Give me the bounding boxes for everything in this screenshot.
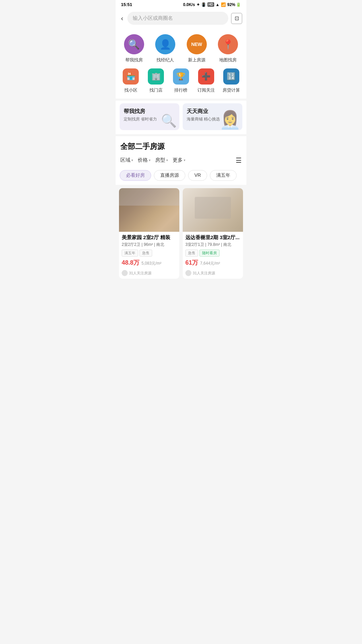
back-button[interactable]: ‹	[120, 13, 125, 23]
map-find-label: 地图找房	[219, 57, 237, 63]
filter-more-label: 更多	[173, 157, 183, 163]
tag-vr[interactable]: VR	[188, 170, 207, 181]
filter-area-arrow: ▾	[131, 158, 133, 162]
filter-type[interactable]: 房型 ▾	[155, 156, 173, 165]
help-find-icon: 🔍	[124, 34, 144, 54]
action-find-store[interactable]: 🏢 找门店	[144, 68, 168, 93]
listing-tag-1b: 急售	[139, 250, 152, 257]
listing-image-1	[119, 188, 179, 232]
banner-section: 帮我找房 定制找房 省时省力 🔍 天天商业 海量商铺 精心挑选 👩‍💼	[116, 101, 246, 134]
banner-commercial[interactable]: 天天商业 海量商铺 精心挑选 👩‍💼	[183, 103, 242, 130]
quick-actions-row1: 🔍 帮我找房 👤 找经纪人 NEW 新上房源 📍 地图找房	[116, 29, 246, 66]
agent-badge-2	[185, 270, 191, 276]
signal-icon: ▲	[216, 2, 220, 7]
tag-vr-label: VR	[194, 172, 201, 178]
message-button[interactable]: ⊡	[231, 13, 242, 24]
listing-body-2: 远达香榭里2期 3室2厅... 3室2厅1卫 | 79.8m² | 南北 急售 …	[183, 232, 243, 269]
agent-badge-1	[122, 270, 128, 276]
action-find-community[interactable]: 🏪 找小区	[119, 68, 143, 93]
vibrate-icon: 📳	[201, 2, 206, 7]
listing-tag-1a: 满五年	[122, 250, 138, 257]
battery-indicator: 92% 🔋	[227, 2, 241, 7]
listing-price-2: 61万	[185, 259, 198, 267]
banner-magnify-icon: 🔍	[161, 113, 177, 128]
listing-card-2[interactable]: 远达香榭里2期 3室2厅... 3室2厅1卫 | 79.8m² | 南北 急售 …	[183, 188, 243, 279]
action-new-listings[interactable]: NEW 新上房源	[185, 34, 209, 63]
tag-live-stream[interactable]: 直播房源	[154, 170, 185, 181]
subscribe-icon: ➕	[198, 68, 214, 85]
listing-tags-2: 急售 随时看房	[185, 250, 240, 257]
bluetooth-icon: ✦	[196, 2, 200, 7]
help-find-label: 帮我找房	[125, 57, 143, 63]
listing-footer-1: 31人关注房源	[119, 269, 179, 279]
battery-icon: 🔋	[236, 2, 241, 7]
action-ranking[interactable]: 🏆 排行榜	[169, 68, 193, 93]
banner-help-find[interactable]: 帮我找房 定制找房 省时省力 🔍	[120, 103, 179, 130]
listing-title-2: 远达香榭里2期 3室2厅...	[185, 234, 240, 241]
listings-section: 美景家园 2室2厅 精装 2室2厅2卫 | 96m² | 南北 满五年 急售 4…	[116, 185, 246, 279]
status-time: 15:51	[121, 2, 132, 7]
listing-body-1: 美景家园 2室2厅 精装 2室2厅2卫 | 96m² | 南北 满五年 急售 4…	[119, 232, 179, 269]
action-find-agent[interactable]: 👤 找经纪人	[153, 34, 177, 63]
status-bar: 15:51 0.0K/s ✦ 📳 HD ▲ 📶 92% 🔋	[116, 0, 246, 9]
filter-price[interactable]: 价格 ▾	[138, 156, 155, 165]
tag-must-see-label: 必看好房	[126, 172, 145, 178]
listing-card-1[interactable]: 美景家园 2室2厅 精装 2室2厅2卫 | 96m² | 南北 满五年 急售 4…	[119, 188, 179, 279]
filter-bar: 区域 ▾ 价格 ▾ 房型 ▾ 更多 ▾ ☰	[116, 152, 246, 167]
agent-label-2: 31人关注房源	[193, 271, 215, 276]
search-placeholder: 输入小区或商圈名	[133, 15, 173, 21]
listing-meta-1: 2室2厅2卫 | 96m² | 南北	[122, 242, 177, 248]
banner-person-icon: 👩‍💼	[219, 110, 241, 130]
listing-price-row-2: 61万 7,644元/m²	[185, 259, 240, 267]
ranking-icon: 🏆	[173, 68, 189, 85]
find-store-icon: 🏢	[148, 68, 164, 85]
filter-price-arrow: ▾	[149, 158, 150, 162]
listing-meta-2: 3室2厅1卫 | 79.8m² | 南北	[185, 242, 240, 248]
search-bar[interactable]: 输入小区或商圈名	[127, 12, 228, 25]
search-header: ‹ 输入小区或商圈名 ⊡	[116, 9, 246, 29]
tag-must-see[interactable]: 必看好房	[120, 170, 151, 181]
tag-five-years-label: 满五年	[216, 172, 230, 178]
network-speed: 0.0K/s	[183, 2, 195, 7]
new-listings-icon: NEW	[187, 34, 207, 54]
new-listings-label: 新上房源	[188, 57, 205, 63]
action-help-find[interactable]: 🔍 帮我找房	[122, 34, 146, 63]
listing-title-1: 美景家园 2室2厅 精装	[122, 234, 177, 241]
ranking-label: 排行榜	[174, 87, 187, 93]
listing-unit-price-2: 7,644元/m²	[200, 261, 220, 266]
listing-price-row-1: 48.8万 5,083元/m²	[122, 259, 177, 267]
message-icon: ⊡	[235, 15, 239, 21]
filter-area-label: 区域	[120, 157, 130, 163]
action-mortgage[interactable]: 🔢 房贷计算	[219, 68, 243, 93]
listing-image-2	[183, 188, 243, 232]
find-store-label: 找门店	[149, 87, 163, 93]
listing-footer-2: 31人关注房源	[183, 269, 243, 279]
filter-more-arrow: ▾	[184, 158, 185, 162]
battery-percent: 92%	[227, 2, 235, 7]
find-community-icon: 🏪	[123, 68, 139, 85]
hd-icon: HD	[207, 2, 214, 7]
mortgage-icon: 🔢	[223, 68, 239, 85]
section-title: 全部二手房源	[120, 142, 165, 151]
status-right: 0.0K/s ✦ 📳 HD ▲ 📶 92% 🔋	[183, 2, 241, 7]
filter-area[interactable]: 区域 ▾	[120, 156, 138, 165]
wifi-signal: 📶	[221, 2, 226, 7]
tags-row: 必看好房 直播房源 VR 满五年	[116, 167, 246, 185]
listing-tag-2b: 随时看房	[199, 250, 220, 257]
list-view-icon[interactable]: ☰	[236, 156, 242, 164]
listing-tags-1: 满五年 急售	[122, 250, 177, 257]
mortgage-label: 房贷计算	[223, 87, 240, 93]
map-find-icon: 📍	[218, 34, 238, 54]
filter-type-arrow: ▾	[166, 158, 168, 162]
subscribe-label: 订阅关注	[197, 87, 215, 93]
filter-price-label: 价格	[138, 157, 148, 163]
listings-grid: 美景家园 2室2厅 精装 2室2厅2卫 | 96m² | 南北 满五年 急售 4…	[119, 188, 243, 279]
find-agent-icon: 👤	[155, 34, 175, 54]
filter-type-label: 房型	[155, 157, 165, 163]
action-subscribe[interactable]: ➕ 订阅关注	[194, 68, 218, 93]
find-agent-label: 找经纪人	[157, 57, 174, 63]
listing-unit-price-1: 5,083元/m²	[141, 261, 161, 266]
tag-five-years[interactable]: 满五年	[210, 170, 237, 181]
action-map-find[interactable]: 📍 地图找房	[216, 34, 240, 63]
filter-more[interactable]: 更多 ▾	[173, 156, 190, 165]
